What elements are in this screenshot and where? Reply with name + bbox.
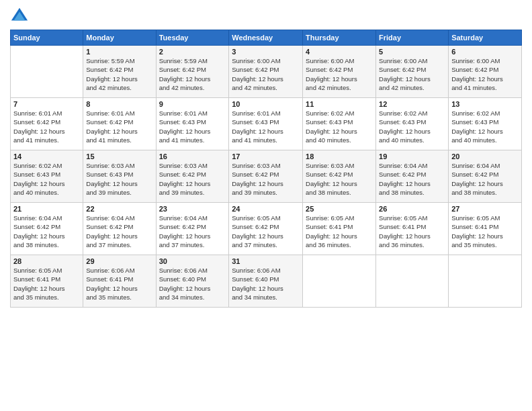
daylight-text: Daylight: 12 hours and 36 minutes. (379, 232, 431, 248)
calendar-header-row: SundayMondayTuesdayWednesdayThursdayFrid… (11, 30, 522, 46)
header (10, 7, 522, 26)
day-number: 31 (232, 257, 300, 265)
sunrise-text: Sunrise: 6:04 AM (13, 214, 62, 222)
sunset-text: Sunset: 6:42 PM (232, 66, 279, 73)
day-info: Sunrise: 6:05 AMSunset: 6:42 PMDaylight:… (232, 214, 300, 249)
day-info: Sunrise: 6:05 AMSunset: 6:41 PMDaylight:… (13, 266, 80, 302)
sunrise-text: Sunrise: 6:06 AM (159, 267, 208, 274)
day-info: Sunrise: 6:01 AMSunset: 6:43 PMDaylight:… (159, 109, 226, 144)
day-number: 2 (159, 48, 226, 56)
day-info: Sunrise: 6:05 AMSunset: 6:41 PMDaylight:… (451, 214, 519, 249)
week-row-5: 28Sunrise: 6:05 AMSunset: 6:41 PMDayligh… (11, 255, 522, 308)
day-number: 10 (232, 100, 300, 108)
sunset-text: Sunset: 6:42 PM (86, 118, 133, 126)
sunset-text: Sunset: 6:43 PM (13, 171, 60, 178)
sunset-text: Sunset: 6:42 PM (306, 66, 353, 73)
day-number: 6 (451, 48, 519, 56)
daylight-text: Daylight: 12 hours and 40 minutes. (451, 128, 503, 144)
sunset-text: Sunset: 6:40 PM (159, 275, 206, 283)
sunset-text: Sunset: 6:42 PM (232, 223, 279, 230)
sunrise-text: Sunrise: 6:00 AM (306, 57, 354, 64)
daylight-text: Daylight: 12 hours and 34 minutes. (232, 285, 283, 301)
calendar-cell: 11Sunrise: 6:02 AMSunset: 6:43 PMDayligh… (303, 98, 376, 150)
header-day-monday: Monday (83, 30, 156, 46)
daylight-text: Daylight: 12 hours and 40 minutes. (13, 180, 65, 196)
sunset-text: Sunset: 6:41 PM (306, 223, 353, 230)
day-number: 21 (13, 205, 80, 213)
calendar-table: SundayMondayTuesdayWednesdayThursdayFrid… (10, 30, 522, 308)
day-number: 30 (159, 257, 226, 265)
calendar-cell: 28Sunrise: 6:05 AMSunset: 6:41 PMDayligh… (11, 255, 83, 308)
sunrise-text: Sunrise: 6:03 AM (86, 162, 134, 169)
sunset-text: Sunset: 6:41 PM (379, 223, 426, 230)
sunset-text: Sunset: 6:42 PM (86, 66, 133, 73)
daylight-text: Daylight: 12 hours and 41 minutes. (159, 128, 211, 144)
daylight-text: Daylight: 12 hours and 42 minutes. (159, 75, 211, 91)
day-number: 19 (379, 152, 445, 161)
week-row-3: 14Sunrise: 6:02 AMSunset: 6:43 PMDayligh… (11, 150, 522, 203)
calendar-cell: 24Sunrise: 6:05 AMSunset: 6:42 PMDayligh… (229, 203, 303, 255)
calendar-cell: 17Sunrise: 6:03 AMSunset: 6:42 PMDayligh… (229, 150, 303, 203)
daylight-text: Daylight: 12 hours and 34 minutes. (159, 285, 211, 301)
sunrise-text: Sunrise: 6:01 AM (86, 109, 134, 117)
sunrise-text: Sunrise: 6:05 AM (379, 214, 427, 222)
day-info: Sunrise: 6:06 AMSunset: 6:40 PMDaylight:… (232, 266, 300, 302)
daylight-text: Daylight: 12 hours and 38 minutes. (13, 232, 65, 248)
day-info: Sunrise: 5:59 AMSunset: 6:42 PMDaylight:… (86, 56, 152, 92)
sunrise-text: Sunrise: 6:02 AM (379, 109, 427, 117)
day-info: Sunrise: 6:02 AMSunset: 6:43 PMDaylight:… (379, 109, 445, 144)
day-number: 9 (159, 100, 226, 108)
daylight-text: Daylight: 12 hours and 42 minutes. (379, 75, 431, 91)
calendar-cell (376, 255, 449, 308)
day-info: Sunrise: 6:02 AMSunset: 6:43 PMDaylight:… (13, 161, 80, 197)
calendar-cell: 4Sunrise: 6:00 AMSunset: 6:42 PMDaylight… (303, 46, 376, 98)
day-info: Sunrise: 6:02 AMSunset: 6:43 PMDaylight:… (451, 109, 519, 144)
day-info: Sunrise: 6:03 AMSunset: 6:42 PMDaylight:… (232, 161, 300, 197)
day-number: 11 (306, 100, 373, 108)
header-day-wednesday: Wednesday (229, 30, 303, 46)
day-info: Sunrise: 6:01 AMSunset: 6:43 PMDaylight:… (232, 109, 300, 144)
calendar-cell: 16Sunrise: 6:03 AMSunset: 6:42 PMDayligh… (156, 150, 229, 203)
daylight-text: Daylight: 12 hours and 35 minutes. (86, 285, 138, 301)
week-row-2: 7Sunrise: 6:01 AMSunset: 6:42 PMDaylight… (11, 98, 522, 150)
calendar-cell (11, 46, 83, 98)
daylight-text: Daylight: 12 hours and 41 minutes. (451, 75, 503, 91)
sunrise-text: Sunrise: 5:59 AM (159, 57, 208, 64)
header-day-friday: Friday (376, 30, 449, 46)
sunset-text: Sunset: 6:43 PM (86, 171, 133, 178)
day-info: Sunrise: 6:05 AMSunset: 6:41 PMDaylight:… (379, 214, 445, 249)
sunset-text: Sunset: 6:42 PM (379, 171, 426, 178)
logo-icon (10, 7, 29, 26)
sunset-text: Sunset: 6:42 PM (13, 118, 60, 126)
day-number: 4 (306, 48, 373, 56)
calendar-cell: 9Sunrise: 6:01 AMSunset: 6:43 PMDaylight… (156, 98, 229, 150)
sunset-text: Sunset: 6:41 PM (451, 223, 498, 230)
calendar-cell: 23Sunrise: 6:04 AMSunset: 6:42 PMDayligh… (156, 203, 229, 255)
header-day-sunday: Sunday (11, 30, 83, 46)
day-number: 18 (306, 152, 373, 161)
sunrise-text: Sunrise: 6:02 AM (306, 109, 354, 117)
daylight-text: Daylight: 12 hours and 42 minutes. (86, 75, 138, 91)
sunrise-text: Sunrise: 6:03 AM (306, 162, 354, 169)
day-number: 1 (86, 48, 152, 56)
calendar-cell: 21Sunrise: 6:04 AMSunset: 6:42 PMDayligh… (11, 203, 83, 255)
day-info: Sunrise: 6:03 AMSunset: 6:42 PMDaylight:… (306, 161, 373, 197)
daylight-text: Daylight: 12 hours and 35 minutes. (13, 285, 65, 301)
sunrise-text: Sunrise: 6:05 AM (306, 214, 354, 222)
day-number: 3 (232, 48, 300, 56)
sunrise-text: Sunrise: 6:03 AM (159, 162, 208, 169)
day-info: Sunrise: 6:00 AMSunset: 6:42 PMDaylight:… (232, 56, 300, 92)
daylight-text: Daylight: 12 hours and 38 minutes. (379, 180, 431, 196)
sunset-text: Sunset: 6:42 PM (451, 66, 498, 73)
day-number: 16 (159, 152, 226, 161)
day-info: Sunrise: 6:04 AMSunset: 6:42 PMDaylight:… (13, 214, 80, 249)
daylight-text: Daylight: 12 hours and 42 minutes. (306, 75, 357, 91)
sunset-text: Sunset: 6:43 PM (159, 118, 206, 126)
daylight-text: Daylight: 12 hours and 38 minutes. (306, 180, 357, 196)
daylight-text: Daylight: 12 hours and 41 minutes. (86, 128, 138, 144)
sunrise-text: Sunrise: 6:01 AM (232, 109, 280, 117)
daylight-text: Daylight: 12 hours and 41 minutes. (13, 128, 65, 144)
calendar-cell: 8Sunrise: 6:01 AMSunset: 6:42 PMDaylight… (83, 98, 156, 150)
logo (10, 7, 32, 26)
sunrise-text: Sunrise: 6:04 AM (451, 162, 500, 169)
